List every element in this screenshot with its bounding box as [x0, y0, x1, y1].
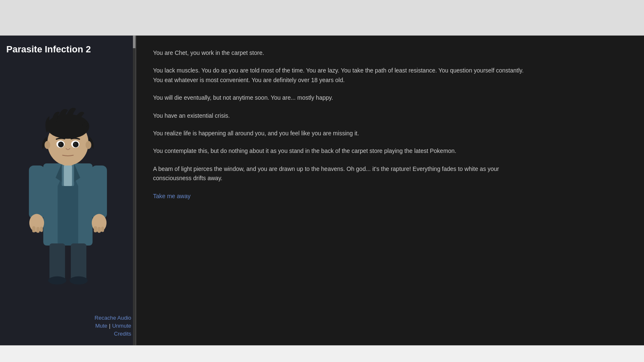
svg-rect-10	[93, 226, 97, 232]
browser-chrome-bottom	[0, 345, 644, 362]
svg-point-15	[48, 276, 66, 284]
svg-rect-9	[40, 226, 43, 232]
svg-rect-13	[49, 243, 65, 280]
character-area	[0, 59, 135, 308]
character-illustration	[16, 83, 120, 284]
bottom-controls: Recache Audio Mute | Unmute Credits	[0, 308, 135, 345]
story-para-2: You lack muscles. You do as you are told…	[153, 66, 530, 85]
svg-rect-4	[91, 165, 106, 218]
svg-rect-11	[97, 227, 101, 233]
story-content: You are Chet, you work in the carpet sto…	[153, 48, 530, 201]
separator: |	[109, 323, 110, 329]
mute-unmute-row: Mute | Unmute	[95, 323, 131, 329]
credits-link[interactable]: Credits	[114, 331, 131, 337]
take-me-away-link[interactable]: Take me away	[153, 193, 190, 199]
svg-point-24	[59, 143, 61, 145]
svg-rect-7	[32, 226, 35, 232]
left-panel: Parasite Infection 2	[0, 36, 136, 345]
mute-link[interactable]: Mute	[95, 323, 107, 329]
unmute-link[interactable]: Unmute	[112, 323, 131, 329]
story-para-7: A beam of light pierces the window, and …	[153, 164, 530, 183]
svg-point-26	[44, 141, 50, 149]
svg-rect-12	[101, 226, 104, 232]
svg-point-16	[69, 276, 87, 284]
scrollbar-thumb[interactable]	[133, 36, 135, 48]
story-para-6: You contemplate this, but do nothing abo…	[153, 146, 530, 155]
right-panel: You are Chet, you work in the carpet sto…	[136, 36, 644, 345]
svg-point-23	[73, 142, 78, 147]
game-container: Parasite Infection 2	[0, 36, 644, 345]
game-title: Parasite Infection 2	[0, 36, 135, 59]
svg-rect-2	[64, 165, 72, 186]
svg-point-27	[86, 141, 91, 149]
svg-rect-8	[36, 227, 39, 233]
story-para-5: You realize life is happening all around…	[153, 129, 530, 138]
story-para-1: You are Chet, you work in the carpet sto…	[153, 48, 530, 57]
story-para-3: You will die eventually, but not anytime…	[153, 93, 530, 102]
svg-point-22	[58, 142, 64, 147]
svg-rect-3	[29, 165, 44, 218]
browser-chrome-top	[0, 0, 644, 36]
recache-audio-link[interactable]: Recache Audio	[95, 315, 131, 321]
story-para-4: You have an existential crisis.	[153, 111, 530, 120]
scrollbar[interactable]	[133, 36, 135, 345]
svg-point-25	[74, 143, 75, 145]
svg-rect-14	[70, 243, 86, 280]
